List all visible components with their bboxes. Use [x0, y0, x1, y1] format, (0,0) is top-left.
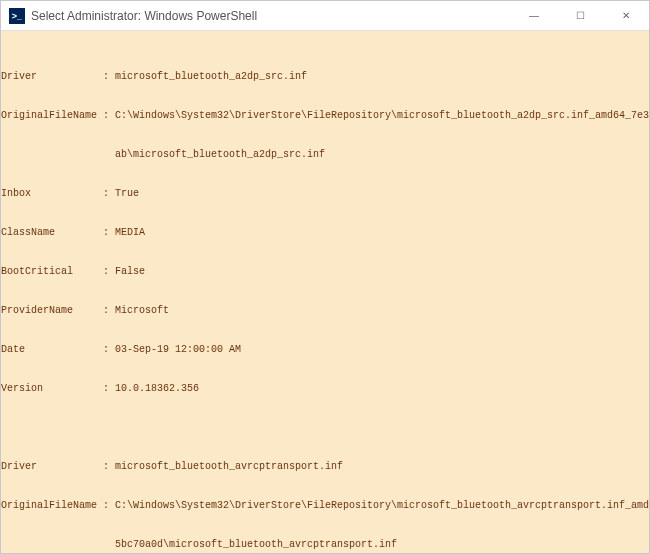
- powershell-window: >_ Select Administrator: Windows PowerSh…: [0, 0, 650, 554]
- close-button[interactable]: ✕: [603, 1, 649, 30]
- window-title: Select Administrator: Windows PowerShell: [31, 9, 511, 23]
- console-output[interactable]: Driver : microsoft_bluetooth_a2dp_src.in…: [1, 31, 649, 553]
- driver-record: Driver : microsoft_bluetooth_avrcptransp…: [1, 434, 649, 553]
- window-controls: — ☐ ✕: [511, 1, 649, 30]
- selected-text-region: Driver : microsoft_bluetooth_a2dp_src.in…: [1, 31, 649, 553]
- maximize-button[interactable]: ☐: [557, 1, 603, 30]
- powershell-icon-glyph: >_: [12, 11, 22, 21]
- minimize-button[interactable]: —: [511, 1, 557, 30]
- powershell-icon: >_: [9, 8, 25, 24]
- titlebar[interactable]: >_ Select Administrator: Windows PowerSh…: [1, 1, 649, 31]
- driver-record: Driver : microsoft_bluetooth_a2dp_src.in…: [1, 44, 649, 421]
